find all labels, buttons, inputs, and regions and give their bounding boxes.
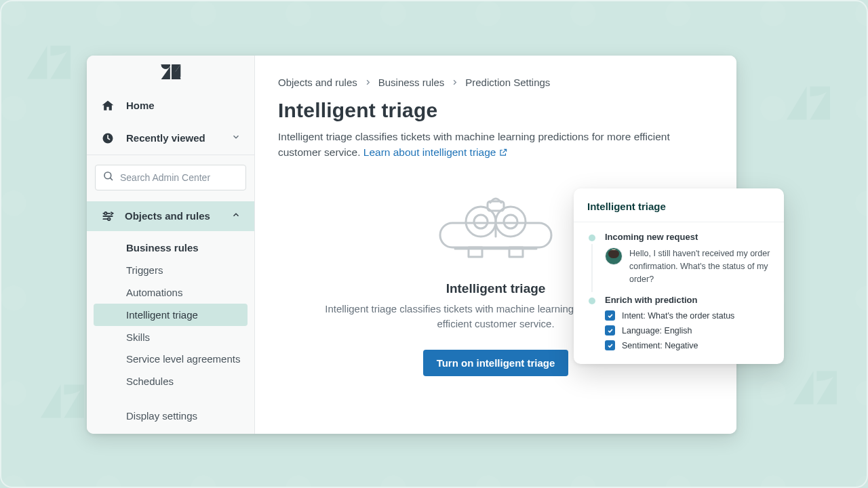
prediction-language-text: Language: English [622,326,692,336]
search-input[interactable] [120,172,239,183]
subnav: Business rules Triggers Automations Inte… [87,231,254,434]
zendesk-logo-icon [161,64,181,79]
external-link-icon [498,146,508,161]
routing-icon [100,209,115,223]
step-incoming-request: Incoming new request Hello, I still have… [587,232,770,295]
timeline-dot-icon [589,298,595,304]
prediction-language: Language: English [605,325,770,336]
section-objects-and-rules[interactable]: Objects and rules [87,201,254,231]
subnav-display-settings[interactable]: Display settings [87,405,254,427]
nav-recently-viewed[interactable]: Recently viewed [87,122,254,155]
subnav-skills[interactable]: Skills [87,326,254,348]
prediction-intent: Intent: What's the order status [605,310,770,321]
timeline-line [591,244,593,292]
chevron-up-icon [231,210,241,222]
crumb-business-rules[interactable]: Business rules [378,77,445,88]
prediction-intent-text: Intent: What's the order status [622,311,734,321]
crumb-objects-and-rules[interactable]: Objects and rules [278,77,357,88]
page-title: Intelligent triage [278,99,713,122]
page-description: Intelligent triage classifies tickets wi… [278,129,698,162]
timeline-dot-icon [589,235,595,241]
nav-home-label: Home [126,100,155,111]
clock-icon [100,131,115,145]
home-icon [100,99,115,113]
subnav-schedules[interactable]: Schedules [87,370,254,392]
prediction-sentiment-text: Sentiment: Negative [622,341,698,350]
search-input-wrapper[interactable] [95,165,246,190]
chevron-right-icon [364,77,372,88]
subnav-group-business-rules: Business rules [87,235,254,259]
checkbox-checked-icon [605,325,615,336]
prediction-sentiment: Sentiment: Negative [605,340,770,350]
popover-title: Intelligent triage [587,201,770,212]
turn-on-intelligent-triage-button[interactable]: Turn on intelligent triage [423,350,569,376]
divider [574,222,784,222]
subnav-automations[interactable]: Automations [87,281,254,304]
illustration-binoculars-icon [428,189,564,264]
svg-point-3 [108,218,111,220]
svg-point-2 [104,212,107,215]
nav-recently-viewed-label: Recently viewed [126,132,205,144]
step2-title: Enrich with prediction [605,295,770,305]
customer-message: Hello, I still haven't received my order… [629,247,770,285]
chevron-right-icon [451,77,458,88]
svg-point-7 [474,215,488,228]
empty-state-title: Intelligent triage [446,281,546,296]
subnav-sla[interactable]: Service level agreements [87,348,254,370]
section-label: Objects and rules [125,210,210,222]
crumb-prediction-settings: Prediction Settings [465,77,550,88]
checkbox-checked-icon [605,310,615,321]
learn-more-link[interactable]: Learn about intelligent triage [363,146,509,158]
intelligent-triage-preview-card: Intelligent triage Incoming new request … [574,188,784,364]
search-icon [102,170,115,185]
svg-point-1 [104,172,111,179]
brand-logo [87,56,254,89]
step-enrich-prediction: Enrich with prediction Intent: What's th… [587,295,770,350]
sidebar: Home Recently viewed [87,56,255,434]
nav-home[interactable]: Home [87,89,254,122]
subnav-intelligent-triage[interactable]: Intelligent triage [94,304,248,326]
breadcrumb: Objects and rules Business rules Predict… [278,77,713,88]
chevron-down-icon [231,132,241,144]
checkbox-checked-icon [605,340,615,350]
learn-more-link-text: Learn about intelligent triage [363,146,496,158]
step1-title: Incoming new request [605,232,770,242]
customer-avatar [605,247,623,265]
subnav-triggers[interactable]: Triggers [87,259,254,281]
svg-point-8 [504,215,517,228]
